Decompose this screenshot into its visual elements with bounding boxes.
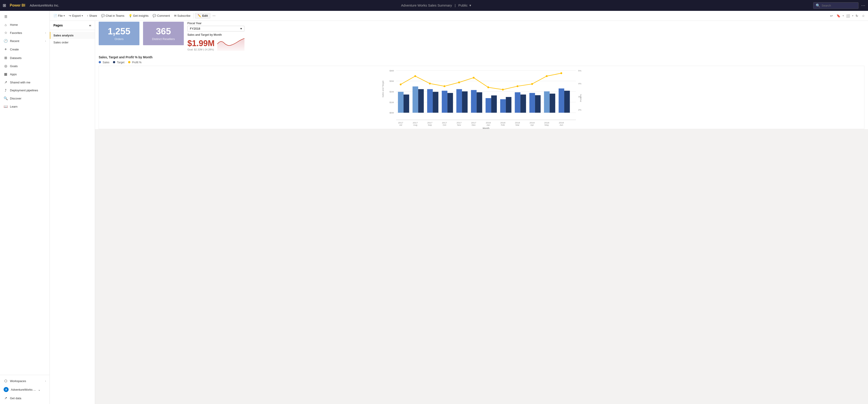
bar-target-6 [477,92,482,112]
collapse-icon: ☰ [4,15,8,19]
sidebar-item-home[interactable]: ⌂ Home [0,21,50,29]
subscribe-icon: ✉ [174,14,177,18]
bar-target-9 [520,95,526,112]
edit-button[interactable]: ✏️ Edit [195,13,210,19]
svg-text:$3M: $3M [390,80,394,82]
page-item-sales-order[interactable]: Sales order [50,39,95,46]
refresh-button[interactable]: ↻ [854,13,860,19]
visibility-chevron-icon[interactable]: ▾ [469,3,471,7]
teams-icon: 💬 [101,14,105,18]
sidebar-item-workspaces[interactable]: ⬡ Workspaces › [0,377,50,385]
svg-text:Sales and Target: Sales and Target [381,81,384,97]
sidebar-item-apps[interactable]: ▦ Apps [0,70,50,78]
svg-text:Aug: Aug [413,124,417,126]
bookmark-button[interactable]: 🔖 [835,13,842,19]
comment-icon: 💬 [153,14,156,18]
svg-text:Nov: Nov [457,124,461,126]
legend-target: Target [113,61,124,64]
bar-sales-11 [544,91,550,112]
profit-dot-4 [444,85,445,87]
orders-value: 1,255 [104,26,134,36]
comment-button[interactable]: 💬 Comment [151,13,172,18]
bar-sales-1 [398,92,404,112]
getdata-icon: ↗ [4,396,8,400]
bar-target-4 [447,93,453,112]
sidebar-item-pipelines[interactable]: ⤴ Deployment pipelines [0,87,50,94]
chart-legend: Sales Target Profit % [99,61,864,64]
legend-profit: Profit % [128,61,142,64]
more-toolbar-button[interactable]: ⋯ [211,13,217,18]
bookmark-chevron-icon: ▾ [843,14,844,17]
sidebar-item-pipelines-label: Deployment pipelines [10,89,38,92]
export-button[interactable]: ↪ Export ▾ [67,13,85,18]
sidebar-item-goals[interactable]: ◎ Goals [0,62,50,70]
home-icon: ⌂ [4,23,8,27]
svg-text:Jun: Jun [559,124,563,126]
sidebar-item-datasets[interactable]: ⊞ Datasets [0,54,50,62]
sidebar-item-collapse[interactable]: ☰ [0,13,50,21]
profit-dot-9 [517,85,518,87]
legend-sales-dot [99,61,101,63]
chat-teams-button[interactable]: 💬 Chat in Teams [99,13,126,18]
svg-text:Jan: Jan [487,124,490,126]
sales-target-section: Sales and Target by Month $1.99M Goal: $… [187,33,244,51]
pages-header: Pages ‹‹ [50,21,95,30]
fit-page-button[interactable]: ⬜ [845,13,851,19]
shared-icon: ↗ [4,80,8,84]
chart-container: $4M $3M $2M $1M $0M 5% 4% 3% 2% [99,66,864,129]
favorites-icon: ☆ [4,31,8,35]
search-box: 🔍 [813,2,859,9]
filter-and-sales: Fiscal Year FY2018 ▾ Sales and Target by… [187,22,244,51]
waffle-icon[interactable]: ⊞ [3,3,6,8]
undo-button[interactable]: ↩ [829,13,834,19]
sidebar-item-create-label: Create [10,48,19,51]
workspace-chevron-icon: ⌄ [38,388,40,391]
report-title-header: Adventure Works Sales Summary | Public ▾ [62,3,810,7]
discover-icon: 🔍 [4,96,8,100]
sidebar-item-favorites[interactable]: ☆ Favorites › [0,29,50,37]
bar-target-10 [535,95,541,112]
chart-title: Sales, Target and Profit % by Month [99,56,864,59]
page-item-sales-analysis[interactable]: Sales analysis [50,32,95,39]
sidebar-item-shared[interactable]: ↗ Shared with me [0,78,50,87]
search-input[interactable] [822,4,853,7]
sidebar-item-getdata-label: Get data [10,397,21,400]
bar-target-11 [550,94,555,112]
sidebar-item-shared-label: Shared with me [10,81,30,84]
sidebar-item-learn[interactable]: 📖 Learn [0,102,50,110]
sidebar-item-getdata[interactable]: ↗ Get data [0,394,50,402]
favorites-chevron-icon: › [45,31,46,34]
more-options-icon[interactable]: ⋯ [861,3,865,8]
profit-dot-3 [429,82,431,84]
share-button[interactable]: ↑ Share [85,13,99,18]
svg-text:Jul: Jul [399,124,402,126]
file-button[interactable]: 📄 File ▾ [52,13,66,18]
profit-dot-8 [502,89,504,91]
sales-amount: $1.99M [187,39,215,48]
profit-dot-7 [487,87,489,88]
sidebar-item-create[interactable]: + Create [0,45,50,54]
org-name: AdventureWorks Inc. [30,4,59,7]
legend-profit-dot [128,61,130,63]
datasets-icon: ⊞ [4,56,8,60]
bar-target-5 [462,91,468,112]
fit-chevron-icon: ▾ [852,14,853,17]
topbar: ⊞ Power BI AdventureWorks Inc. Adventure… [0,0,868,11]
search-icon: 🔍 [816,3,820,8]
learn-icon: 📖 [4,104,8,108]
bar-target-8 [506,97,512,113]
orders-card: 1,255 Orders [99,22,140,45]
svg-text:Mar: Mar [516,124,520,126]
sidebar-item-discover[interactable]: 🔍 Discover [0,94,50,102]
insights-button[interactable]: 💡 Get insights [127,13,151,18]
star-button[interactable]: ☆ [861,13,866,19]
fiscal-year-label: Fiscal Year [187,22,244,25]
collapse-pages-icon[interactable]: ‹‹ [89,24,91,27]
resellers-card: 365 Distinct Resellers [143,22,184,45]
subscribe-button[interactable]: ✉ Subscribe [172,13,192,18]
sidebar-item-recent[interactable]: 🕐 Recent › [0,37,50,45]
sidebar-item-adventureworks[interactable]: A AdventureWorks ... ⌄ [0,385,50,394]
bar-sales-3 [427,89,433,112]
fiscal-year-select[interactable]: FY2018 ▾ [187,26,244,31]
sidebar-nav: ☰ ⌂ Home ☆ Favorites › 🕐 Recent › + Crea… [0,11,50,375]
